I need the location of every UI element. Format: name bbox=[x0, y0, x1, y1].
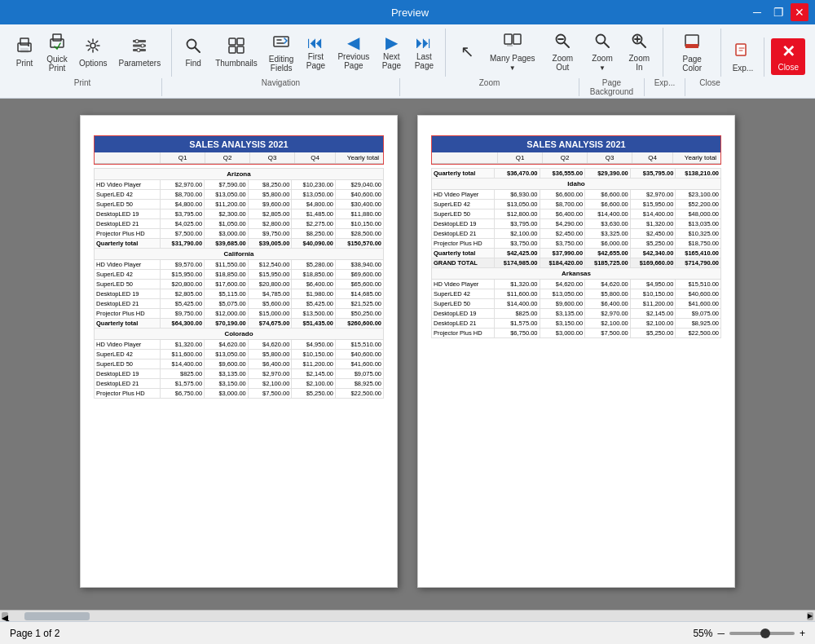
zoom-icon bbox=[593, 32, 611, 52]
find-button[interactable]: Find bbox=[178, 34, 208, 70]
zoom-button[interactable]: Zoom ▼ bbox=[585, 29, 619, 75]
export-button[interactable]: Exp... bbox=[728, 39, 757, 75]
window-title: Preview bbox=[72, 7, 748, 19]
close-icon: ✕ bbox=[782, 42, 795, 61]
svg-rect-17 bbox=[237, 46, 244, 53]
page-color-button[interactable]: Page Color bbox=[670, 30, 714, 75]
zoom-thumb bbox=[760, 629, 770, 638]
previous-page-button[interactable]: ◀ PreviousPage bbox=[333, 32, 373, 73]
svg-rect-14 bbox=[229, 38, 236, 45]
many-pages-button[interactable]: Many Pages ▼ bbox=[485, 29, 540, 75]
find-label: Find bbox=[185, 59, 200, 68]
close-label: Close bbox=[778, 63, 799, 72]
options-label: Options bbox=[79, 59, 107, 68]
first-page-icon: ⏮ bbox=[307, 34, 324, 51]
zoom-in-icon bbox=[630, 32, 648, 52]
thumbnails-button[interactable]: Thumbnails bbox=[211, 34, 262, 70]
thumbnails-label: Thumbnails bbox=[215, 59, 258, 68]
editing-fields-button[interactable]: EditingFields bbox=[265, 30, 298, 75]
zoom-out-button[interactable]: Zoom Out bbox=[543, 29, 582, 74]
quick-print-button[interactable]: QuickPrint bbox=[42, 30, 72, 75]
export-label: Exp... bbox=[733, 64, 754, 73]
scroll-right-button[interactable]: ▶ bbox=[807, 612, 813, 620]
cursor-icon: ↖ bbox=[460, 43, 474, 60]
main-preview-area: SALES ANALYSIS 2021 Q1 Q2 Q3 Q4 Yearly t… bbox=[0, 99, 815, 610]
zoom-decrease-button[interactable]: ─ bbox=[717, 628, 725, 639]
zoom-slider[interactable] bbox=[729, 632, 795, 635]
zoom-increase-button[interactable]: + bbox=[800, 628, 805, 639]
last-page-icon: ⏭ bbox=[416, 34, 432, 51]
zoom-out-icon bbox=[553, 32, 571, 52]
print-label: Print bbox=[16, 59, 33, 68]
window-controls: ─ ❐ ✕ bbox=[748, 3, 808, 21]
horizontal-scrollbar[interactable]: ◀ ▶ bbox=[0, 610, 815, 621]
print-icon bbox=[15, 37, 33, 57]
first-page-button[interactable]: ⏮ FirstPage bbox=[301, 32, 330, 73]
parameters-icon bbox=[130, 37, 148, 57]
zoom-group-label: Zoom bbox=[400, 78, 579, 96]
parameters-label: Parameters bbox=[118, 59, 161, 68]
svg-rect-20 bbox=[513, 34, 521, 44]
svg-rect-15 bbox=[237, 38, 244, 45]
zoom-in-label: Zoom In bbox=[627, 54, 653, 72]
close-button[interactable]: ✕ Close bbox=[771, 38, 805, 75]
first-page-label: FirstPage bbox=[306, 52, 325, 70]
svg-rect-25 bbox=[685, 44, 698, 48]
page1-header-row: Q1 Q2 Q3 Q4 Yearly total bbox=[95, 152, 383, 164]
last-page-button[interactable]: ⏭ LastPage bbox=[409, 32, 438, 73]
restore-button[interactable]: ❐ bbox=[769, 3, 787, 21]
previous-page-icon: ◀ bbox=[347, 34, 359, 51]
many-pages-label: Many Pages ▼ bbox=[489, 54, 535, 73]
page1-h-yearly: Yearly total bbox=[335, 152, 390, 163]
minimize-button[interactable]: ─ bbox=[748, 3, 766, 21]
previous-page-label: PreviousPage bbox=[337, 52, 369, 70]
ribbon-group-navigation: Find Thumbnails EditingFields ⏮ FirstPag… bbox=[172, 29, 446, 77]
quick-print-label: QuickPrint bbox=[46, 55, 68, 73]
exp-group-label: Exp... bbox=[645, 78, 685, 96]
ribbon-group-zoom: ↖ Many Pages ▼ Zoom Out Zoom ▼ bbox=[446, 28, 663, 77]
svg-rect-2 bbox=[20, 38, 29, 45]
page2-h-q4: Q4 bbox=[632, 152, 672, 163]
zoom-level-label: 55% bbox=[693, 628, 712, 639]
options-icon bbox=[84, 37, 102, 57]
svg-rect-16 bbox=[229, 46, 236, 53]
page-color-label: Page Color bbox=[674, 55, 710, 73]
scroll-thumb[interactable] bbox=[24, 612, 90, 620]
zoom-label: Zoom ▼ bbox=[589, 54, 615, 73]
page1-h-q2: Q2 bbox=[205, 152, 249, 163]
svg-point-11 bbox=[141, 44, 144, 47]
page1-h-q3: Q3 bbox=[249, 152, 294, 163]
parameters-button[interactable]: Parameters bbox=[114, 34, 165, 70]
window-close-button[interactable]: ✕ bbox=[791, 3, 808, 21]
find-icon bbox=[184, 37, 202, 57]
zoom-in-button[interactable]: Zoom In bbox=[623, 29, 657, 74]
page2-title-block: SALES ANALYSIS 2021 Q1 Q2 Q3 Q4 Yearly t… bbox=[431, 135, 721, 165]
close-group-label: Close bbox=[685, 78, 734, 96]
svg-point-6 bbox=[90, 43, 95, 48]
zoom-out-label: Zoom Out bbox=[547, 54, 578, 72]
print-button[interactable]: Print bbox=[10, 34, 39, 70]
page2-report-title: SALES ANALYSIS 2021 bbox=[432, 136, 720, 152]
zoom-control: 55% ─ + bbox=[693, 628, 805, 639]
editing-fields-label: EditingFields bbox=[269, 55, 294, 73]
options-button[interactable]: Options bbox=[75, 34, 111, 70]
page2-header-row: Q1 Q2 Q3 Q4 Yearly total bbox=[432, 152, 720, 164]
title-bar: Preview ─ ❐ ✕ bbox=[0, 0, 815, 24]
page-color-icon bbox=[683, 33, 701, 53]
page-1-preview: SALES ANALYSIS 2021 Q1 Q2 Q3 Q4 Yearly t… bbox=[80, 115, 398, 588]
thumbnails-icon bbox=[227, 37, 245, 57]
ribbon-group-close: ✕ Close bbox=[764, 37, 812, 77]
editing-fields-icon bbox=[272, 33, 290, 53]
svg-rect-1 bbox=[20, 48, 29, 53]
ribbon-group-export: Exp... bbox=[721, 37, 764, 77]
page2-h-q2: Q2 bbox=[542, 152, 587, 163]
next-page-button[interactable]: ▶ NextPage bbox=[377, 32, 406, 73]
scroll-track bbox=[8, 612, 807, 620]
cursor-button[interactable]: ↖ bbox=[452, 41, 482, 64]
ribbon-tools: Print QuickPrint Options Parameters bbox=[0, 28, 815, 77]
page2-h-q1: Q1 bbox=[497, 152, 542, 163]
svg-point-3 bbox=[28, 45, 29, 46]
ribbon-group-labels: Print Navigation Zoom Page Background Ex… bbox=[0, 77, 815, 98]
export-icon bbox=[734, 42, 751, 62]
scroll-left-button[interactable]: ◀ bbox=[2, 612, 8, 620]
